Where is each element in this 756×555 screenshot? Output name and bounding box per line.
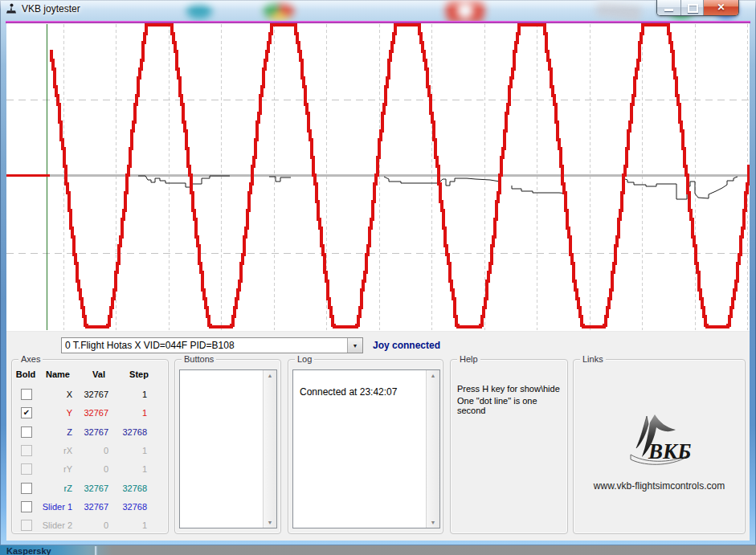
axis-row-rx: rX 0 1 <box>12 442 168 460</box>
axis-value: 32767 <box>65 408 108 418</box>
taskbar-separator <box>95 546 97 555</box>
device-select[interactable]: 0 T.Flight Hotas X VID=044F PID=B108 ▼ <box>61 337 363 353</box>
axis-oscilloscope-chart <box>6 23 750 331</box>
axis-row-ry: rY 0 1 <box>12 460 168 479</box>
buttons-groupbox-title: Buttons <box>182 353 216 365</box>
app-window: VKB joytester ✕ 0 T.Flight Hotas X VID=0… <box>0 0 756 545</box>
axis-value: 0 <box>65 464 108 474</box>
log-entry: Connected at 23:42:07 <box>300 386 397 398</box>
axes-groupbox-title: Axes <box>18 353 43 365</box>
axis-row-z: Z 32767 32768 <box>12 423 168 442</box>
taskbar: Kaspersky <box>0 545 756 555</box>
control-panel: 0 T.Flight Hotas X VID=044F PID=B108 ▼ J… <box>6 331 750 541</box>
minimize-button[interactable] <box>657 0 681 15</box>
vkb-website-link[interactable]: www.vkb-flightsimcontrols.com <box>574 480 745 492</box>
help-groupbox: Help Press H key for show\hide One "dot … <box>450 359 568 534</box>
buttons-listbox[interactable]: ▲ ▼ <box>179 369 277 528</box>
log-scrollbar[interactable]: ▲ ▼ <box>426 370 439 528</box>
help-groupbox-title: Help <box>457 353 480 365</box>
device-select-value: 0 T.Flight Hotas X VID=044F PID=B108 <box>62 338 347 353</box>
axis-row-slider1: Slider 1 32767 32768 <box>12 498 168 516</box>
screen: VKB joytester ✕ 0 T.Flight Hotas X VID=0… <box>0 0 756 555</box>
glass-sheen <box>0 0 756 10</box>
axis-step: 1 <box>112 464 147 474</box>
axes-header-name: Name <box>38 369 78 379</box>
scroll-up-icon[interactable]: ▲ <box>264 373 276 378</box>
titlebar[interactable]: VKB joytester ✕ <box>0 0 756 22</box>
vkb-logo: ВКБ <box>619 413 700 477</box>
axis-step: 1 <box>112 520 147 530</box>
window-controls: ✕ <box>656 0 739 16</box>
vkb-logo-text: ВКБ <box>648 439 691 463</box>
scroll-down-icon[interactable]: ▼ <box>427 520 439 525</box>
axes-rows: X 32767 1 ✔ Y 32767 1 Z 32767 32768 rX 0… <box>12 381 168 533</box>
axis-row-x: X 32767 1 <box>12 386 168 404</box>
log-listbox[interactable]: Connected at 23:42:07 ▲ ▼ <box>292 369 440 528</box>
axis-step: 1 <box>112 390 147 399</box>
scroll-up-icon[interactable]: ▲ <box>427 373 439 378</box>
buttons-groupbox: Buttons ▲ ▼ <box>174 359 281 534</box>
close-button[interactable]: ✕ <box>704 0 738 15</box>
axes-header-step: Step <box>121 369 157 379</box>
minimize-icon <box>664 9 673 11</box>
axis-step: 1 <box>112 446 147 455</box>
axis-step: 32768 <box>112 502 147 512</box>
app-joystick-icon <box>6 3 17 14</box>
help-line: Press H key for show\hide <box>457 384 562 394</box>
help-line: One "dot line" is one second <box>457 396 562 415</box>
links-groupbox-title: Links <box>580 353 606 365</box>
axes-header-val: Val <box>83 369 115 379</box>
axis-value: 32767 <box>65 502 108 512</box>
status-badge: Joy connected <box>373 340 440 351</box>
buttons-scrollbar[interactable]: ▲ ▼ <box>263 370 276 528</box>
scroll-down-icon[interactable]: ▼ <box>264 520 276 525</box>
chart-canvas <box>6 23 750 331</box>
log-groupbox-title: Log <box>295 353 314 365</box>
axis-value: 0 <box>65 520 108 530</box>
close-icon: ✕ <box>704 0 738 14</box>
maximize-icon <box>688 4 698 13</box>
window-title: VKB joytester <box>22 3 80 14</box>
axis-step: 32768 <box>112 427 147 437</box>
chevron-down-icon[interactable]: ▼ <box>347 338 362 353</box>
axis-step: 1 <box>112 408 147 418</box>
axis-row-slider2: Slider 2 0 1 <box>12 516 168 535</box>
taskbar-item-kaspersky[interactable]: Kaspersky <box>6 546 51 555</box>
log-groupbox: Log Connected at 23:42:07 ▲ ▼ <box>288 359 443 534</box>
axis-value: 32767 <box>65 427 108 437</box>
axes-groupbox: Axes Bold Name Val Step X 32767 1 ✔ Y 32… <box>11 359 169 534</box>
axis-row-y: ✔ Y 32767 1 <box>12 404 168 422</box>
axis-value: 32767 <box>65 484 108 493</box>
links-groupbox: Links ВКБ www.vkb-flightsimc <box>573 359 746 534</box>
maximize-button[interactable] <box>681 0 704 15</box>
axes-header-bold: Bold <box>14 369 37 379</box>
axis-step: 32768 <box>112 484 147 493</box>
axis-row-rz: rZ 32767 32768 <box>12 480 168 498</box>
axis-value: 32767 <box>65 390 108 399</box>
axis-value: 0 <box>65 446 108 455</box>
